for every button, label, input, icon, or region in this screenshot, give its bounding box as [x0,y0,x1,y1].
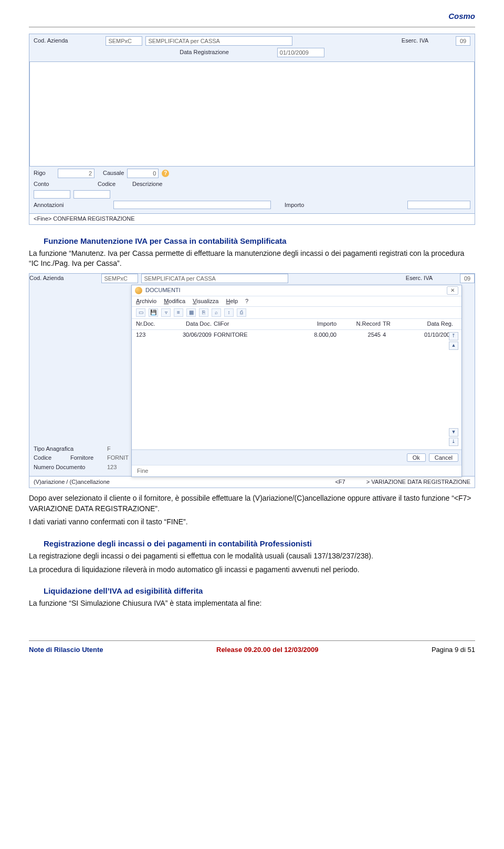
field-importo[interactable] [407,201,470,209]
cell-tr: 4 [383,331,404,339]
field-conto[interactable] [34,190,70,199]
blank-detail-area [29,61,475,167]
hint-variazione-data: > VARIAZIONE DATA REGISTRAZIONE [366,478,470,486]
label-codice-2: Codice [34,454,65,462]
nav-up-icon[interactable]: ▲ [449,341,458,350]
hint-variazione-cancellazione: (V)ariazione / (C)ancellazione [34,478,110,486]
grid-body: 123 30/06/2009 FORNITORE 8.000,00 2545 4… [132,330,461,450]
tool-open-icon[interactable]: ▭ [136,308,145,317]
grid-row[interactable]: 123 30/06/2009 FORNITORE 8.000,00 2545 4… [132,330,461,340]
top-rule [29,27,475,27]
cell-nrdoc: 123 [136,331,167,339]
label-descrizione: Descrizione [132,180,162,188]
form-panel-registrazione: Cod. Azienda SEMPxC SEMPLIFICATA per CAS… [29,34,475,225]
menubar: AArchiviorchivio Modifica Visualizza Hel… [132,296,461,307]
tool-sort-icon[interactable]: ↕ [224,308,234,317]
close-button[interactable]: ✕ [447,286,458,295]
tool-filter-icon[interactable]: ▿ [161,308,171,317]
label-eserc-iva-2: Eserc. IVA [406,274,433,282]
tool-save-icon[interactable]: 💾 [149,308,158,317]
field-eserc-iva-2[interactable]: 09 [460,274,475,283]
cell-datadoc: 30/06/2009 [170,331,212,339]
footer-notes: Note di Rilascio Utente [29,645,103,655]
tool-grid-icon[interactable]: ▦ [186,308,196,317]
para-conferma-fine: I dati variati vanno confermati con il t… [29,517,475,527]
field-cod-azienda-2[interactable]: SEMPxC [101,274,138,283]
label-cod-azienda-2: Cod. Azienda [29,274,64,282]
para-simulazione-chiusura: La funzione “SI Simulazione Chiusura IVA… [29,598,475,609]
brand-header: Cosmo [29,11,475,22]
heading-manutenzione-iva: Funzione Manutenzione IVA per Cassa in c… [44,235,475,246]
label-numero-documento: Numero Documento [34,463,102,471]
page-footer: Note di Rilascio Utente Release 09.20.00… [29,640,475,655]
tool-find-icon[interactable]: ⌕ [212,308,221,317]
nav-last-icon[interactable]: ⤓ [449,438,458,446]
label-fornitore: Fornitore [70,454,102,462]
field-codice-detail[interactable] [74,190,110,199]
hint-conferma-registrazione: <Fine> CONFERMA REGISTRAZIONE [29,213,475,224]
menu-question[interactable]: ? [245,297,248,305]
heading-registrazione-professionisti: Registrazione degli incassi o dei pagame… [44,538,475,549]
tool-copy-icon[interactable]: ⎘ [199,308,208,317]
tool-print-icon[interactable]: ⎙ [237,308,246,317]
footer-release: Release 09.20.00 del 12/03/2009 [103,645,432,655]
status-bar: Fine [132,465,461,477]
field-cod-azienda[interactable]: SEMPxC [106,36,142,46]
footer-page: Pagina 9 di 51 [432,645,475,655]
para-variazione: Dopo aver selezionato il cliente o il fo… [29,493,475,514]
label-importo: Importo [285,201,304,209]
col-nrecord: N.Record [339,320,381,328]
label-cod-azienda: Cod. Azienda [34,37,68,45]
tool-list-icon[interactable]: ≡ [174,308,183,317]
label-causale: Causale [103,169,124,177]
nav-first-icon[interactable]: ⤒ [449,332,458,340]
label-rigo: Rigo [34,169,55,177]
help-icon[interactable]: ? [162,170,169,177]
field-tipo-anagrafica[interactable]: F [107,445,133,453]
label-annotazioni: Annotazioni [34,201,70,209]
menu-modifica[interactable]: Modifica [164,297,185,305]
cell-nrecord: 2545 [339,331,381,339]
label-tipo-anagrafica: Tipo Anagrafica [34,445,102,453]
cell-datareg: 01/10/2009 [406,331,453,339]
toolbar: ▭ 💾 ▿ ≡ ▦ ⎘ ⌕ ↕ ⎙ [132,307,461,319]
field-rigo[interactable]: 2 [58,169,94,178]
para-liquidazione-auto: La procedura di liquidazione rileverà in… [29,565,475,575]
grid-nav: ⤒ ▲ ▼ ⤓ [449,330,459,449]
menu-help[interactable]: Help [226,297,238,305]
col-nrdoc: Nr.Doc. [136,320,167,328]
documenti-dialog: DOCUMENTI ✕ AArchiviorchivio Modifica Vi… [131,285,462,477]
dialog-title: DOCUMENTI [145,286,181,294]
grid-header: Nr.Doc. Data Doc. CliFor Importo N.Recor… [132,319,461,329]
menu-visualizza[interactable]: Visualizza [193,297,218,305]
col-clifor: CliFor [214,320,277,328]
menu-archivio[interactable]: AArchiviorchivio [136,297,156,305]
cell-importo: 8.000,00 [279,331,337,339]
label-data-registrazione: Data Registrazione [180,48,229,56]
field-eserc-iva[interactable]: 09 [456,36,470,46]
col-importo: Importo [279,320,337,328]
nav-down-icon[interactable]: ▼ [449,428,458,437]
para-causali: La registrazione degli incassi o dei pag… [29,551,475,562]
hint-f7-key: <F7 [335,478,345,486]
heading-liquidazione-iva: Liquidazione dell’IVA ad esigibilità dif… [44,585,475,596]
cancel-button[interactable]: Cancel [429,453,458,462]
field-azienda-descr-2: SEMPLIFICATA per CASSA [141,274,288,283]
label-codice: Codice [98,180,124,188]
cell-clifor: FORNITORE [214,331,277,339]
field-azienda-descr: SEMPLIFICATA per CASSA [145,36,292,46]
col-datadoc: Data Doc. [170,320,212,328]
col-tr: TR [383,320,404,328]
ok-button[interactable]: Ok [407,453,426,462]
field-data-registrazione[interactable]: 01/10/2009 [277,48,324,57]
field-causale[interactable]: 0 [127,169,159,178]
para-manutenzione-iva: La funzione “Manutenz. Iva per Cassa per… [29,249,475,269]
col-datareg: Data Reg. [406,320,453,328]
window-orb-icon [135,287,142,294]
field-annotazioni[interactable] [113,201,271,209]
label-conto: Conto [34,180,55,188]
label-eserc-iva: Eserc. IVA [402,37,428,45]
